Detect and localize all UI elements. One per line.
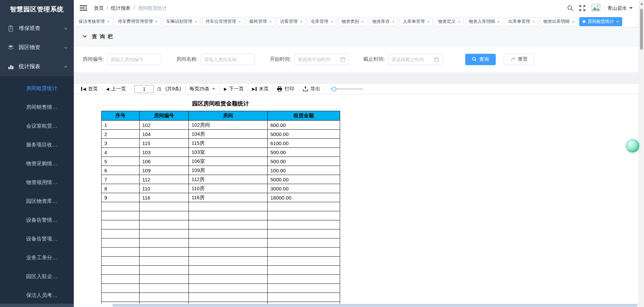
page-number-input[interactable] bbox=[135, 85, 154, 93]
tab[interactable]: 物资类别 × bbox=[338, 17, 367, 26]
floating-helper-icon[interactable] bbox=[626, 139, 639, 152]
sidebar-submenu-item[interactable]: 会议室租赁… bbox=[0, 117, 74, 135]
sidebar-submenu-item[interactable]: 物资领用情… bbox=[0, 173, 74, 192]
close-icon[interactable]: × bbox=[107, 19, 110, 24]
app-title: 智慧园区管理系统 bbox=[0, 0, 74, 19]
table-cell: 112 bbox=[140, 175, 189, 184]
close-icon[interactable]: × bbox=[572, 19, 575, 24]
table-cell: 102 bbox=[140, 121, 189, 130]
sidebar-submenu-item[interactable]: 保洁人员考… bbox=[0, 286, 74, 305]
search-icon[interactable] bbox=[567, 5, 574, 11]
slider-track[interactable] bbox=[330, 88, 363, 90]
sidebar-submenu-item[interactable]: 业务工单分… bbox=[0, 248, 74, 267]
sidebar-item-statistics-reports[interactable]: 统计报表 bbox=[0, 57, 74, 76]
tab[interactable]: 出库单管理 × bbox=[505, 17, 538, 26]
search-button[interactable]: 查询 bbox=[465, 54, 496, 65]
tab[interactable]: 停车费用管理管理 × bbox=[115, 17, 161, 26]
tab[interactable]: 停车位管理管理 × bbox=[202, 17, 245, 26]
tab[interactable]: 物资库存 × bbox=[369, 17, 398, 26]
print-button[interactable]: 打印 bbox=[273, 84, 298, 94]
chevron-down-icon bbox=[64, 27, 68, 31]
query-panel-header[interactable]: 查询栏 bbox=[74, 27, 639, 46]
horizontal-scrollbar-thumb[interactable] bbox=[112, 304, 638, 307]
field-input[interactable] bbox=[294, 54, 349, 65]
sidebar-submenu-item[interactable]: 房间租赁统计 bbox=[0, 79, 74, 98]
first-page-button[interactable]: ◀ 首页 bbox=[77, 84, 102, 94]
close-icon[interactable]: × bbox=[392, 19, 395, 24]
table-cell bbox=[102, 293, 140, 302]
close-icon[interactable]: × bbox=[532, 19, 535, 24]
sidebar-submenu-item[interactable]: 房间销售情… bbox=[0, 98, 74, 117]
close-icon[interactable]: × bbox=[300, 19, 303, 24]
chevron-down-icon[interactable] bbox=[83, 34, 87, 40]
close-icon[interactable]: × bbox=[361, 19, 364, 24]
first-page-icon: ◀ bbox=[81, 87, 86, 91]
export-button[interactable]: 导出 bbox=[299, 84, 324, 94]
sidebar-submenu-item[interactable]: 园区入驻企… bbox=[0, 267, 74, 286]
sidebar-item-park-materials[interactable]: 园区物资 bbox=[0, 38, 74, 57]
sidebar-submenu-item[interactable]: 园区物资库… bbox=[0, 192, 74, 211]
close-icon[interactable]: × bbox=[269, 19, 272, 24]
printer-icon bbox=[277, 86, 282, 92]
table-cell: 5000.00 bbox=[268, 175, 340, 184]
tab[interactable]: 物资入库明细 × bbox=[466, 17, 503, 26]
caret-down-icon[interactable] bbox=[629, 7, 633, 9]
breadcrumb-home[interactable]: 首页 bbox=[94, 5, 104, 11]
tab[interactable]: 物资出库明细 × bbox=[540, 17, 578, 26]
prev-page-button[interactable]: ◀ 上一页 bbox=[102, 84, 130, 94]
tab[interactable]: 物资定义 × bbox=[435, 17, 464, 26]
last-page-button[interactable]: ▶ 末页 bbox=[248, 84, 272, 94]
table-cell: 18000.00 bbox=[268, 193, 340, 202]
menu-fold-icon[interactable] bbox=[80, 5, 87, 11]
tab[interactable]: 保洁考核管理 × bbox=[75, 17, 113, 26]
breadcrumb-reports[interactable]: 统计报表 bbox=[111, 5, 130, 11]
close-icon[interactable]: × bbox=[195, 19, 197, 24]
field-input-control[interactable] bbox=[204, 57, 252, 62]
table-row-empty bbox=[102, 248, 340, 257]
vertical-scrollbar[interactable] bbox=[639, 0, 644, 307]
page-size-select[interactable]: 每页25条 bbox=[185, 84, 220, 94]
reset-button[interactable]: 重置 bbox=[504, 54, 534, 65]
field-input[interactable] bbox=[107, 54, 161, 65]
close-icon[interactable]: × bbox=[155, 19, 158, 24]
sidebar-submenu-item[interactable]: 服务项目收… bbox=[0, 135, 74, 154]
field-input[interactable] bbox=[388, 54, 442, 65]
close-icon[interactable]: × bbox=[331, 19, 333, 24]
sidebar-submenu-item[interactable]: 物资采购情… bbox=[0, 154, 74, 173]
next-page-button[interactable]: ▶ 下一页 bbox=[220, 84, 248, 94]
tab[interactable]: 能耗管理 × bbox=[246, 17, 275, 26]
breadcrumb: 首页 / 统计报表 / 房间租赁统计 bbox=[94, 5, 167, 11]
field-input-control[interactable] bbox=[110, 57, 158, 62]
tab[interactable]: 车辆识别管理 × bbox=[163, 17, 201, 26]
table-cell: 6 bbox=[102, 166, 140, 175]
close-icon[interactable]: × bbox=[427, 19, 430, 24]
close-icon[interactable]: × bbox=[238, 19, 241, 24]
scroll-up-arrow-icon[interactable] bbox=[640, 3, 643, 5]
horizontal-scrollbar[interactable] bbox=[74, 304, 639, 307]
tab-label: 物资库存 bbox=[372, 18, 390, 25]
caret-down-icon bbox=[212, 88, 215, 90]
field-input-control[interactable] bbox=[298, 57, 339, 62]
table-cell: 102房间 bbox=[189, 121, 268, 130]
slider-knob[interactable] bbox=[332, 87, 336, 91]
tab[interactable]: 仓库管理 × bbox=[308, 17, 337, 26]
tab[interactable]: 房间租赁统计 × bbox=[579, 17, 622, 26]
fullscreen-icon[interactable] bbox=[579, 5, 586, 11]
table-cell bbox=[189, 284, 268, 293]
clipboard-icon bbox=[7, 25, 14, 32]
close-icon[interactable]: × bbox=[616, 19, 619, 24]
tab[interactable]: 访客管理 × bbox=[277, 17, 306, 26]
field-input[interactable] bbox=[201, 54, 255, 65]
field-input-control[interactable] bbox=[391, 57, 432, 62]
table-cell: 104 bbox=[140, 130, 189, 139]
close-icon[interactable]: × bbox=[497, 19, 500, 24]
avatar[interactable] bbox=[591, 4, 601, 12]
tab[interactable]: 入库单管理 × bbox=[399, 17, 433, 26]
vertical-scrollbar-thumb[interactable] bbox=[640, 9, 643, 50]
username[interactable]: 青山碧水 bbox=[607, 5, 627, 11]
close-icon[interactable]: × bbox=[458, 19, 461, 24]
sidebar-submenu-item[interactable]: 设备告警情… bbox=[0, 211, 74, 229]
sidebar-submenu-item[interactable]: 设备告警项… bbox=[0, 229, 74, 248]
sidebar-item-label: 园区物资 bbox=[19, 44, 64, 51]
sidebar-item-maintenance-inspection[interactable]: 维保巡查 bbox=[0, 19, 74, 38]
